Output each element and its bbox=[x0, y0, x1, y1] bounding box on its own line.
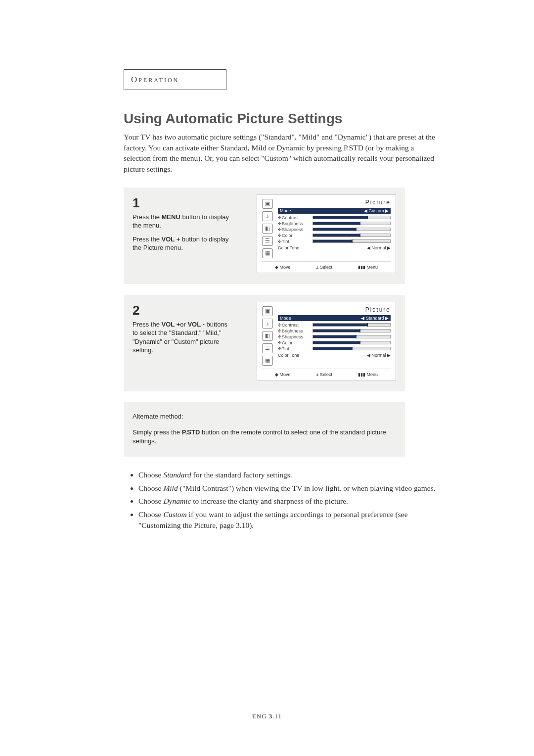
step-number: 2 bbox=[133, 302, 230, 319]
step-1-block: 1 Press the MENU button to display the m… bbox=[124, 188, 405, 284]
osd-sidebar-icons: ▣ ♪ ◧ ☰ ▦ bbox=[262, 306, 273, 366]
list-item: Choose Dynamic to increase the clarity a… bbox=[138, 496, 440, 507]
osd-screenshot: ▣ ♪ ◧ ☰ ▦ Picture Mode ◀ Standard ▶ ✣Con… bbox=[257, 302, 396, 380]
osd-mode-row: Mode ◀ Custom ▶ bbox=[278, 208, 391, 214]
section-label: Operation bbox=[131, 75, 179, 84]
picture-tab-icon: ▣ bbox=[262, 199, 273, 209]
osd-color-tone: Color Tone ◀ Normal ▶ bbox=[278, 352, 391, 358]
picture-tab-icon: ▣ bbox=[262, 306, 273, 316]
osd-title: Picture bbox=[278, 199, 391, 206]
channel-tab-icon: ◧ bbox=[262, 331, 273, 341]
list-item: Choose Mild ("Mild Contrast") when viewi… bbox=[138, 483, 440, 494]
osd-sidebar-icons: ▣ ♪ ◧ ☰ ▦ bbox=[262, 199, 273, 258]
step-2-block: 2 Press the VOL +or VOL - buttons to sel… bbox=[124, 295, 405, 391]
section-label-box: Operation bbox=[124, 69, 226, 90]
function-tab-icon: ▦ bbox=[262, 248, 273, 258]
step-number: 1 bbox=[133, 194, 230, 212]
osd-mode-row: Mode ◀ Standard ▶ bbox=[278, 315, 391, 321]
page-number: ENG 3.11 bbox=[0, 712, 534, 720]
page-title: Using Automatic Picture Settings bbox=[124, 111, 476, 127]
alternate-heading: Alternate method: bbox=[133, 412, 396, 421]
setup-tab-icon: ☰ bbox=[262, 343, 273, 353]
osd-color-tone: Color Tone ◀ Normal ▶ bbox=[278, 244, 391, 250]
sound-tab-icon: ♪ bbox=[262, 319, 273, 329]
osd-title: Picture bbox=[278, 306, 391, 313]
bullet-list: Choose Standard for the standard factory… bbox=[124, 470, 440, 531]
intro-paragraph: Your TV has two automatic picture settin… bbox=[124, 132, 440, 175]
osd-footer: ◆ Move ± Select ▮▮▮ Menu bbox=[262, 261, 391, 270]
setup-tab-icon: ☰ bbox=[262, 236, 273, 246]
sound-tab-icon: ♪ bbox=[262, 211, 273, 221]
alternate-text: Simply press the P.STD button on the rem… bbox=[133, 428, 396, 446]
alternate-method-block: Alternate method: Simply press the P.STD… bbox=[124, 402, 405, 457]
step-text: Press the VOL +or VOL - buttons to selec… bbox=[133, 320, 230, 355]
step-text: Press the VOL + button to display the Pi… bbox=[133, 235, 230, 252]
function-tab-icon: ▦ bbox=[262, 356, 273, 366]
channel-tab-icon: ◧ bbox=[262, 224, 273, 234]
osd-footer: ◆ Move ± Select ▮▮▮ Menu bbox=[262, 369, 391, 377]
list-item: Choose Custom if you want to adjust the … bbox=[138, 509, 440, 531]
osd-screenshot: ▣ ♪ ◧ ☰ ▦ Picture Mode ◀ Custom ▶ ✣Contr… bbox=[257, 194, 396, 273]
step-text: Press the MENU button to display the men… bbox=[133, 213, 230, 230]
list-item: Choose Standard for the standard factory… bbox=[138, 470, 440, 480]
